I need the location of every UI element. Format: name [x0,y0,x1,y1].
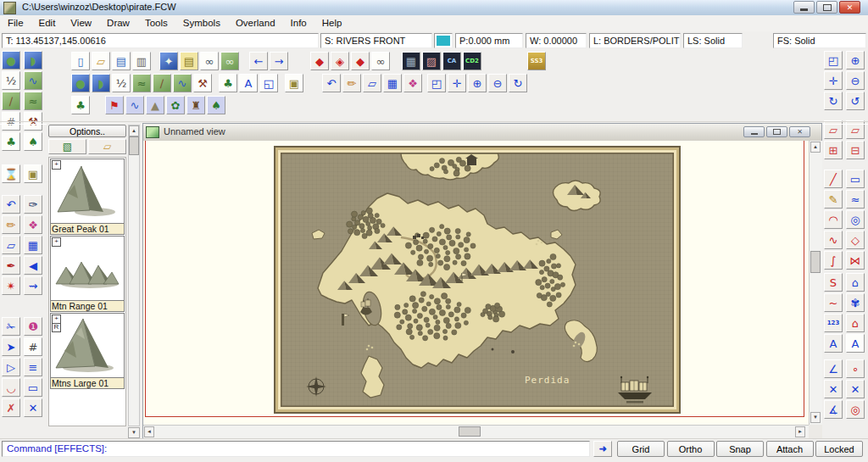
landmass-tool-button[interactable]: ● [2,51,20,70]
map-scale-tool-button[interactable]: ½ [2,71,20,90]
path-tool-button[interactable]: ∕ [2,92,20,110]
redline-next-button[interactable]: ◆ [351,52,370,70]
scroll-up-icon[interactable]: ▲ [810,142,821,153]
node-edit-tools-button[interactable]: ◱ [259,74,278,92]
go-forward-button[interactable]: → [270,52,288,70]
erase-tool-button[interactable]: ✏ [2,215,20,234]
status-sheet[interactable]: S: RIVERS FRONT [320,33,432,48]
catalog-structures-button[interactable]: ♜ [186,96,205,114]
catalog-contours-button[interactable]: ∿ [125,96,144,114]
draw-circle-button[interactable]: ◎ [846,210,865,229]
character-artist-button[interactable]: CA [442,52,461,70]
status-layer[interactable]: L: BORDERS/POLITIC. [589,33,681,48]
line-styles-tool-button[interactable]: ≡ [24,358,42,376]
map-scale-button[interactable]: ½ [112,74,131,92]
explode-button[interactable]: ▦ [383,74,402,92]
fill-polygon-button[interactable]: ⌂ [846,273,865,292]
scroll-left-icon[interactable]: ◄ [144,426,154,437]
link-view-button[interactable]: ∞ [200,52,219,70]
zoom-window-button[interactable]: ◰ [427,74,446,92]
edit-polygon-button[interactable]: ⋈ [846,251,865,270]
terrain-tool-button[interactable]: ≈ [24,92,42,110]
menu-file[interactable]: File [0,15,31,31]
catalog-settings-button[interactable]: ▧ [48,139,86,154]
trim-tool-button[interactable]: ◡ [2,378,20,397]
status-width[interactable]: W: 0.00000 [526,33,587,48]
status-line-style[interactable]: LS: Solid [683,33,743,48]
grid-toggle-button[interactable]: Grid [617,441,665,457]
scroll-down-icon[interactable]: ▼ [810,412,821,423]
link-map-button[interactable]: ∞ [220,52,239,70]
map-notes-button[interactable]: ▤ [180,52,198,70]
redraw-button[interactable]: ↻ [509,74,527,92]
catalog-trees-button[interactable]: ♠ [207,96,225,114]
draw-spline-button[interactable]: ∫ [824,251,843,270]
closed-polygon-button[interactable]: ⌂ [846,314,865,332]
zoom-wait-tool-button[interactable]: ⌛ [2,164,20,183]
draw-river-button[interactable]: ∿ [173,74,192,92]
symbol-panel-dropdown[interactable]: ▼ [128,427,140,438]
command-pause-button[interactable]: ➜ [593,441,612,457]
restore-button[interactable] [816,1,837,14]
draw-path-button[interactable]: ∕ [153,74,171,92]
eyedropper-tool-button[interactable]: ✑ [24,195,42,214]
draw-landmass-button[interactable]: ● [71,74,90,92]
menu-help[interactable]: Help [314,15,350,31]
undo-tool-button[interactable]: ↶ [2,195,20,214]
zoom-previous-button[interactable]: ↺ [846,92,865,110]
cross-tool-button[interactable]: ✕ [24,398,42,417]
open-drawing-button[interactable]: ▱ [92,52,110,70]
copy-tool-button[interactable]: ▱ [2,236,20,254]
view-horizontal-scrollbar[interactable]: ◄ ► [143,425,809,438]
draw-coastline-button[interactable]: ◗ [92,74,110,92]
city-map-button[interactable]: ▨ [422,52,441,70]
catalog-vegetation-button[interactable]: ✿ [166,96,185,114]
command-input[interactable]: Command [EFFECTS]: [2,441,590,457]
print-button[interactable]: ▥ [132,52,151,70]
redraw-side-button[interactable]: ↻ [824,92,843,110]
expand-plus-icon[interactable]: + [52,160,61,170]
vertical-scroll-thumb[interactable] [810,251,821,273]
scroll-right-icon[interactable]: ► [795,426,805,437]
trim-cross-tool-button[interactable]: ✗ [2,398,20,417]
menu-info[interactable]: Info [283,15,314,31]
snap-angle-button[interactable]: ∡ [824,400,843,419]
text-tool-side-button[interactable]: A [824,334,843,353]
options-button[interactable]: Options.. [48,125,126,137]
symbol-place-tool-button[interactable]: ♣ [2,132,20,151]
extract-plus-tool-button[interactable]: ➤ [2,337,20,356]
symbol-thumb-mtns-large-01[interactable]: +RMtns Large 01 [50,313,125,389]
zoom-extents-button[interactable]: ✛ [448,74,466,92]
draw-zigzag-button[interactable]: ∿ [824,231,843,249]
draw-smooth-poly-button[interactable]: S [824,273,843,292]
draw-terrain-button[interactable]: ≈ [132,74,151,92]
delete-node-button[interactable]: ✕ [846,380,865,398]
view-close-button[interactable]: ✕ [789,126,810,137]
color-palette-button[interactable]: ❖ [403,74,422,92]
zoom-in-button[interactable]: ⊕ [468,74,487,92]
new-drawing-button[interactable]: ▯ [71,52,90,70]
draw-polygon-button[interactable]: ◇ [846,231,865,249]
go-back-button[interactable]: ← [249,52,268,70]
drawing-tools-button[interactable]: ⚒ [193,74,212,92]
draw-arc-button[interactable]: ◠ [824,210,843,229]
view-vertical-scrollbar[interactable]: ▲ ▼ [809,141,822,425]
expand-plus-icon[interactable]: + [52,237,61,247]
view-restore-button[interactable] [766,126,787,137]
undo-button[interactable]: ↶ [322,74,341,92]
insert-map-button[interactable]: ✦ [159,52,178,70]
source-maps-ss3-button[interactable]: SS3 [527,52,546,70]
catalog-borders-button[interactable]: ⚑ [105,96,124,114]
river-tool-button[interactable]: ∿ [24,71,42,90]
menu-symbols[interactable]: Symbols [175,15,228,31]
trace-tool-button[interactable]: ◀ [24,256,42,275]
open-catalog-button[interactable]: ▱ [88,139,126,154]
save-drawing-button[interactable]: ▤ [112,52,131,70]
tree-tool-button[interactable]: ♠ [24,132,42,151]
overview-map-button[interactable]: ▦ [402,52,420,70]
locked-toggle-button[interactable]: Locked [815,441,863,457]
fill-freehand-button[interactable]: ≈ [846,190,865,209]
symbol-thumb-mtn-range-01[interactable]: +Mtn Range 01 [50,236,125,312]
sheet-minus-button[interactable]: ⊟ [846,141,865,159]
redline-prev-button[interactable]: ◈ [331,52,349,70]
